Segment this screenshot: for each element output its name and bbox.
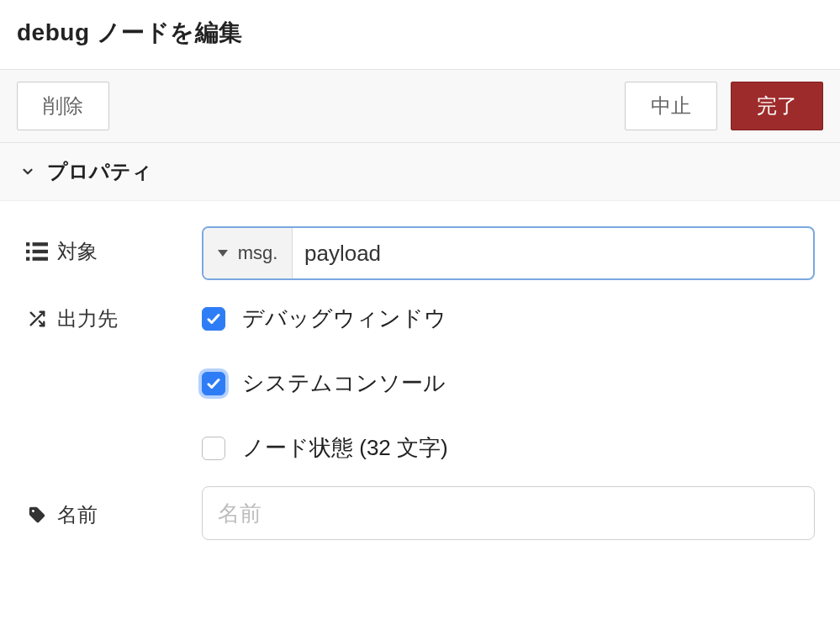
label-output-text: 出力先 <box>57 305 118 332</box>
title-bar: debug ノードを編集 <box>0 0 840 70</box>
svg-rect-2 <box>26 250 29 253</box>
section-properties-header[interactable]: プロパティ <box>0 143 840 201</box>
checkbox-debug-window-label: デバッグウィンドウ <box>242 304 446 333</box>
action-bar: 削除 中止 完了 <box>0 70 840 143</box>
done-button[interactable]: 完了 <box>731 82 823 130</box>
svg-rect-5 <box>33 257 48 261</box>
checkbox-node-status-label: ノード状態 (32 文字) <box>242 433 448 463</box>
output-checkbox-list: デバッグウィンドウ システムコンソール ノード状態 (32 文字) <box>202 304 815 463</box>
target-type-selector[interactable]: msg. <box>203 228 293 278</box>
svg-rect-3 <box>33 250 48 253</box>
properties-form: 対象 msg. 出力先 <box>0 201 840 589</box>
list-icon <box>25 242 49 261</box>
target-type-prefix: msg. <box>238 242 278 264</box>
delete-button[interactable]: 削除 <box>17 82 109 130</box>
svg-point-9 <box>32 510 34 512</box>
tag-icon <box>25 506 49 524</box>
label-target-text: 対象 <box>57 238 98 265</box>
cancel-button-label: 中止 <box>651 93 691 119</box>
shuffle-icon <box>25 310 49 328</box>
row-output: 出力先 デバッグウィンドウ システムコンソール <box>25 304 815 463</box>
svg-rect-1 <box>33 242 48 246</box>
section-properties-title: プロパティ <box>47 158 152 185</box>
output-option-system-console: システムコンソール <box>202 368 815 398</box>
name-input[interactable] <box>202 486 815 540</box>
checkbox-node-status[interactable] <box>202 437 225 460</box>
cancel-button[interactable]: 中止 <box>625 82 717 130</box>
row-target: 対象 msg. <box>25 226 815 280</box>
svg-line-8 <box>31 313 35 317</box>
done-button-label: 完了 <box>757 93 797 119</box>
checkbox-system-console[interactable] <box>202 372 225 395</box>
label-output: 出力先 <box>25 304 202 332</box>
svg-rect-4 <box>26 257 29 261</box>
output-option-node-status: ノード状態 (32 文字) <box>202 433 815 463</box>
caret-down-icon <box>218 250 228 257</box>
delete-button-label: 削除 <box>43 93 83 119</box>
output-option-debug-window: デバッグウィンドウ <box>202 304 815 333</box>
chevron-down-icon <box>20 164 35 179</box>
svg-rect-0 <box>26 242 29 246</box>
target-input[interactable] <box>293 228 813 278</box>
checkbox-system-console-label: システムコンソール <box>242 368 446 398</box>
label-name: 名前 <box>25 486 202 528</box>
label-target: 対象 <box>25 226 202 265</box>
checkbox-debug-window[interactable] <box>202 307 225 331</box>
row-name: 名前 <box>25 486 815 540</box>
dialog-title: debug ノードを編集 <box>17 17 823 49</box>
label-name-text: 名前 <box>57 501 98 528</box>
target-typed-input: msg. <box>202 226 815 280</box>
